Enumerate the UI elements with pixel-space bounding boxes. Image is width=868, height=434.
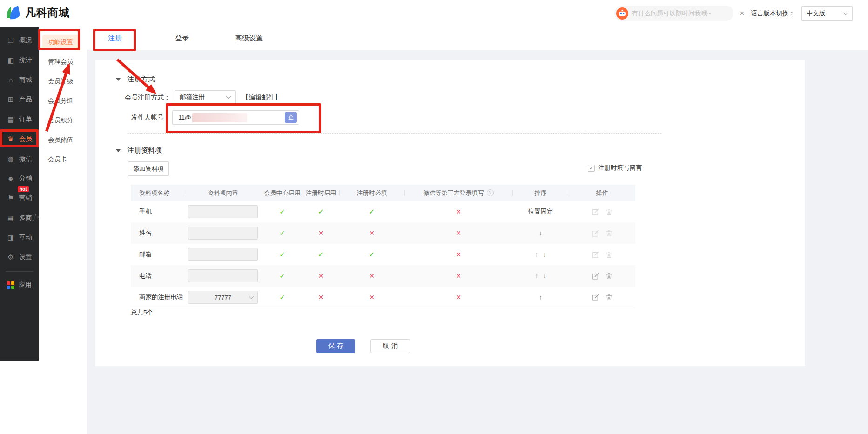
logo-icon [6,4,21,21]
table-header-col-content: 资料项内容 [184,185,262,201]
delete-icon[interactable] [606,273,612,280]
language-select[interactable]: 中文版 [801,6,853,21]
language-switch-label: 语言版本切换： [751,9,795,18]
cross-icon[interactable]: ✕ [369,229,375,237]
cross-icon[interactable]: ✕ [318,272,324,280]
field-content-select[interactable]: 77777 [188,291,258,304]
register-method-select[interactable]: 邮箱注册 [175,90,236,104]
sidebar-item-interaction[interactable]: ◨互动 [0,228,39,247]
field-name: 姓名 [139,229,152,237]
field-content-input [188,248,258,261]
check-icon[interactable]: ✓ [279,272,285,280]
sort-up-button[interactable]: ↑ [535,251,538,258]
cross-icon[interactable]: ✕ [456,229,461,237]
collapse-triangle-icon[interactable] [116,149,121,152]
submenu-item-member-card[interactable]: 会员卡 [39,150,87,169]
sort-down-button[interactable]: ↓ [543,251,546,258]
sidebar-item-label: 营销 [19,194,32,202]
cross-icon[interactable]: ✕ [456,272,461,280]
header-right: 有什么问题可以随时问我哦~ × 语言版本切换： 中文版 [614,0,853,27]
assistant-input[interactable]: 有什么问题可以随时问我哦~ [614,6,733,21]
check-icon[interactable]: ✓ [369,250,375,259]
sort-up-button[interactable]: ↑ [539,294,542,301]
check-icon[interactable]: ✓ [279,207,285,216]
enterprise-mail-button[interactable]: 企 [285,112,297,123]
table-cell-col-register-required: ✕ [339,265,404,287]
cross-icon[interactable]: ✕ [456,251,461,258]
table-header-col-actions: 操作 [569,185,635,201]
tab-advanced-settings[interactable]: 高级设置 [226,34,272,43]
cross-icon[interactable]: ✕ [369,294,375,301]
check-icon[interactable]: ✓ [279,229,285,237]
sort-down-button[interactable]: ↓ [539,229,542,237]
table-cell-col-register-enabled: ✕ [303,287,339,308]
cross-icon[interactable]: ✕ [456,208,461,215]
table-cell-col-register-required: ✓ [339,244,404,265]
logo: 凡科商城 [6,4,70,21]
table-cell-col-content [184,222,262,244]
cross-icon[interactable]: ✕ [456,294,461,301]
collapse-triangle-icon[interactable] [116,78,121,81]
sidebar-item-order[interactable]: ▤订单 [0,110,39,129]
sidebar-item-overview[interactable]: ❏概况 [0,31,39,50]
sort-up-button[interactable]: ↑ [535,272,538,280]
multi-merchant-icon: ▦ [7,214,15,222]
sidebar-item-wechat[interactable]: ◍微信 [0,149,39,168]
submenu-item-label: 功能设置 [42,35,79,50]
apps-grid-icon [7,281,14,289]
table-header-col-register-enabled: 注册时启用 [303,185,339,201]
submenu-item-member-points[interactable]: 会员积分 [39,111,87,130]
sidebar-item-distribution[interactable]: ☻分销 [0,169,39,188]
table-header-label: 资料项名称 [139,189,169,197]
cross-icon[interactable]: ✕ [369,272,375,280]
sidebar-item-mall[interactable]: ⌂商城 [0,70,39,90]
message-checkbox[interactable]: ✓ [588,165,595,172]
edit-icon[interactable] [592,294,599,301]
check-icon[interactable]: ✓ [279,293,285,301]
check-icon[interactable]: ✓ [318,207,324,216]
check-icon[interactable]: ✓ [369,207,375,216]
sidebar-item-apps[interactable]: 应用 [0,275,39,295]
check-icon[interactable]: ✓ [279,250,285,259]
tab-login[interactable]: 登录 [159,34,205,43]
sidebar-item-label: 订单 [19,115,32,124]
sub-sidebar: 功能设置管理会员会员等级会员分组会员积分会员储值会员卡 [39,27,87,434]
sidebar-item-product[interactable]: ⊞产品 [0,90,39,109]
table-header-col-third-party: 微信等第三方登录填写? [404,185,512,201]
sidebar-item-settings[interactable]: ⚙设置 [0,247,39,267]
wechat-icon: ◍ [7,155,15,163]
cross-icon[interactable]: ✕ [318,229,324,237]
submenu-item-feature-settings[interactable]: 功能设置 [39,33,87,52]
tab-bar: 注册登录高级设置 [87,27,868,50]
submenu-item-member-stored-value[interactable]: 会员储值 [39,130,87,150]
content-card: 注册方式 会员注册方式： 邮箱注册 【编辑邮件】 发件人帐号： 11@ 企 注册… [95,60,805,366]
submenu-item-member-group[interactable]: 会员分组 [39,91,87,111]
table-header-col-name: 资料项名称 [131,185,184,201]
submenu-item-member-level[interactable]: 会员等级 [39,72,87,91]
submenu-item-manage-members[interactable]: 管理会员 [39,52,87,72]
sidebar-item-marketing[interactable]: ⚑营销hot [0,188,39,208]
redacted-email-blur [192,113,247,122]
table-cell-col-actions [569,287,635,308]
sort-down-button[interactable]: ↓ [543,272,546,280]
cross-icon[interactable]: ✕ [318,294,324,301]
add-field-button[interactable]: 添加资料项 [128,161,169,176]
sidebar-item-multi-merchant[interactable]: ▦多商户 [0,208,39,228]
message-checkbox-label: 注册时填写留言 [598,164,642,172]
edit-icon[interactable] [592,273,599,280]
edit-mail-link[interactable]: 【编辑邮件】 [242,93,281,102]
tab-register[interactable]: 注册 [92,34,138,43]
marketing-icon: ⚑ [7,194,15,202]
sidebar-item-member[interactable]: ♛会员 [0,129,39,149]
close-icon[interactable]: × [740,9,745,17]
sidebar-item-stats[interactable]: ◧统计 [0,50,39,70]
table-cell-col-content [184,244,262,265]
sidebar-item-label: 概况 [19,36,32,45]
cancel-button[interactable]: 取消 [370,339,410,353]
save-button[interactable]: 保存 [316,339,355,353]
help-icon[interactable]: ? [487,189,494,196]
sender-account-input[interactable]: 11@ 企 [172,110,299,125]
check-icon[interactable]: ✓ [318,250,324,259]
edit-icon [592,208,599,215]
delete-icon[interactable] [606,294,612,301]
